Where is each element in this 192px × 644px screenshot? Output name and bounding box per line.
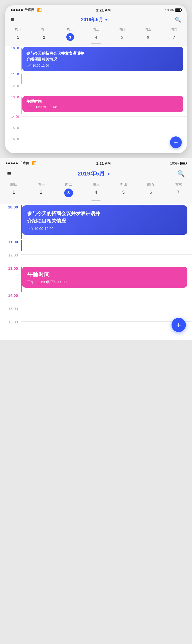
weekday-col-wed[interactable]: 周三 4 xyxy=(83,27,109,41)
time-label-2-12: 12:00 xyxy=(0,252,21,257)
event-area-2-2: 午睡时间 下午：13:00到下午14:00 xyxy=(22,265,192,289)
weekday-col-2-fri[interactable]: 周五 6 xyxy=(137,182,165,197)
event-title-2-1: 参与今天的招商会议并发表讲话并介绍项目相关情况 xyxy=(27,210,182,225)
battery-icon-2 xyxy=(180,162,186,165)
line-area-15 xyxy=(22,128,187,128)
weekday-num-7: 7 xyxy=(170,33,178,41)
battery-icon xyxy=(175,8,181,12)
dropdown-arrow-2[interactable]: ▼ xyxy=(107,171,111,176)
time-label-12: 12:00 xyxy=(5,84,22,88)
weekday-col-2-thu[interactable]: 周四 5 xyxy=(110,182,137,197)
signal-dot-4 xyxy=(18,9,20,11)
header-title-text-2: 2019年5月 xyxy=(78,170,105,178)
line-area-12 xyxy=(22,86,187,86)
timeline-container: 10:00 参与今天的招商会议并发表讲话并介绍项目相关情况 上午10:00-12… xyxy=(5,46,187,153)
weekday-label-fri: 周五 xyxy=(145,27,151,32)
weekday-num-1: 1 xyxy=(14,33,22,41)
event-card-pink-2[interactable]: 午睡时间 下午：13:00到下午14:00 xyxy=(22,267,187,288)
event-card-pink[interactable]: 午睡时间 下午：13:00到下午14:00 xyxy=(22,96,183,112)
time-label-2-10: 10:00 xyxy=(0,204,21,209)
weekday-col-mon[interactable]: 周一 2 xyxy=(31,27,57,41)
signal-dot-2-5 xyxy=(16,162,18,164)
battery-fill xyxy=(176,9,180,11)
event-time-1: 上午10:00-12:00 xyxy=(26,64,179,68)
weekday-2-label-thu: 周四 xyxy=(120,182,127,187)
signal-dots: 千库网 📶 xyxy=(11,8,42,12)
phone-frame-1: 千库网 📶 1:21 AM 100% ≡ 2019年5月 ▼ 🔍 周日 1 周一… xyxy=(5,5,187,153)
weekday-col-fri[interactable]: 周五 6 xyxy=(135,27,161,41)
weekday-col-tue[interactable]: 周二 3 xyxy=(57,27,83,41)
timeline-container-2: 10:00 参与今天的招商会议并发表讲话并介绍项目相关情况 上午10:00-12… xyxy=(0,204,192,340)
weekday-num-5: 5 xyxy=(118,33,126,41)
weekday-2-label-mon: 周一 xyxy=(37,182,45,187)
app-header-2: ≡ 2019年5月 ▼ 🔍 xyxy=(0,167,192,181)
line-2-14 xyxy=(21,295,192,295)
weekday-col-2-wed[interactable]: 周三 4 xyxy=(82,182,110,197)
carrier-label: 千库网 xyxy=(25,8,35,12)
time-row-11: 11:00 xyxy=(5,72,187,84)
time-row-2-12: 12:00 xyxy=(0,252,192,265)
signal-dot-5 xyxy=(21,9,23,11)
weekday-col-thu[interactable]: 周四 5 xyxy=(109,27,135,41)
time-label-10: 10:00 xyxy=(5,46,22,50)
wifi-icon-2: 📶 xyxy=(32,161,37,166)
signal-dot-2-3 xyxy=(11,162,13,164)
time-row-13: 13:00 午睡时间 下午：13:00到下午14:00 xyxy=(5,95,187,114)
signal-dot-1 xyxy=(11,9,13,11)
time-label-2-15: 15:00 xyxy=(0,306,21,311)
weekday-2-num-2: 2 xyxy=(37,189,45,196)
event-area-2-1: 参与今天的招商会议并发表讲话并介绍项目相关情况 上午10:00-12:00 xyxy=(22,204,192,236)
event-card-blue-2[interactable]: 参与今天的招商会议并发表讲话并介绍项目相关情况 上午10:00-12:00 xyxy=(22,205,187,235)
weekday-col-2-sun[interactable]: 周日 1 xyxy=(0,182,27,197)
weekday-2-label-sun: 周日 xyxy=(10,182,18,187)
fab-button-2[interactable]: + xyxy=(172,318,186,332)
v-line-blue-2 xyxy=(22,74,22,84)
weekday-col-2-tue[interactable]: 周二 3 xyxy=(55,182,82,197)
wifi-icon: 📶 xyxy=(37,8,42,12)
time-label-16: 16:00 xyxy=(5,137,22,141)
line-area-11 xyxy=(22,74,187,74)
time-label-2-13: 13:00 xyxy=(0,265,21,271)
signal-dot-2-1 xyxy=(6,162,7,164)
scroll-bar xyxy=(91,43,101,44)
line-area-14 xyxy=(22,116,187,117)
weekday-col-sat[interactable]: 周六 7 xyxy=(161,27,187,41)
weekday-num-3: 3 xyxy=(66,33,74,41)
line-2-12 xyxy=(21,254,192,255)
weekday-label-wed: 周三 xyxy=(93,27,99,32)
fab-button[interactable]: + xyxy=(170,136,182,148)
dropdown-arrow[interactable]: ▼ xyxy=(105,18,108,22)
search-icon[interactable]: 🔍 xyxy=(175,17,181,23)
event-title-2-2: 午睡时间 xyxy=(27,271,182,278)
time-row-2-15: 15:00 xyxy=(0,306,192,319)
event-card-blue[interactable]: 参与今天的招商会议并发表讲话并介绍项目相关情况 上午10:00-12:00 xyxy=(22,47,183,71)
menu-icon[interactable]: ≡ xyxy=(11,16,14,23)
search-icon-2[interactable]: 🔍 xyxy=(177,170,185,177)
weekday-2-label-wed: 周三 xyxy=(92,182,100,187)
weekday-col-sun[interactable]: 周日 1 xyxy=(5,27,31,41)
weekday-num-6: 6 xyxy=(144,33,152,41)
time-row-15: 15:00 xyxy=(5,126,187,137)
weekday-label-mon: 周一 xyxy=(41,27,47,32)
scroll-bar-2 xyxy=(91,200,101,201)
time-row-14: 14:00 xyxy=(5,114,187,126)
time-row-2-11: 11:00 xyxy=(0,239,192,252)
weekday-2-num-5: 5 xyxy=(120,189,127,196)
time-row-16: 16:00 xyxy=(5,137,187,148)
status-time-2: 1:21 AM xyxy=(96,161,111,166)
weekday-2-num-4: 4 xyxy=(92,189,100,196)
signal-dot-2 xyxy=(13,9,15,11)
weekday-col-2-sat[interactable]: 周六 7 xyxy=(165,182,192,197)
header-title-text: 2019年5月 xyxy=(81,17,103,23)
event-area-1: 参与今天的招商会议并发表讲话并介绍项目相关情况 上午10:00-12:00 xyxy=(22,46,187,72)
weekday-2-num-1: 1 xyxy=(10,189,18,196)
fab-icon-2: + xyxy=(176,320,181,330)
weekday-col-2-mon[interactable]: 周一 2 xyxy=(27,182,55,197)
line-2-11 xyxy=(22,241,192,241)
time-row-2-14: 14:00 xyxy=(0,292,192,306)
time-label-11: 11:00 xyxy=(5,72,22,76)
weekday-2-num-7: 7 xyxy=(174,189,182,196)
weekday-label-sun: 周日 xyxy=(15,27,22,32)
battery-percent: 100% xyxy=(165,8,174,12)
menu-icon-2[interactable]: ≡ xyxy=(7,170,11,178)
